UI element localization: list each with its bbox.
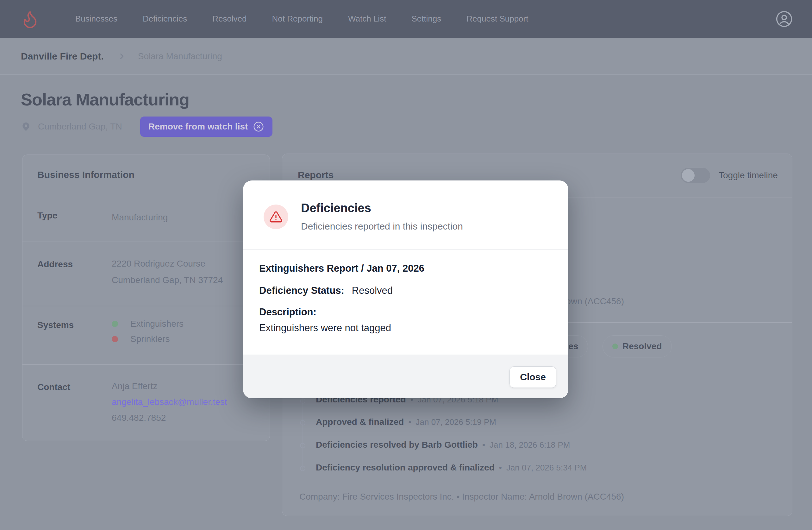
- app-page: Businesses Deficiencies Resolved Not Rep…: [0, 0, 812, 530]
- timeline-node-icon: [300, 398, 305, 404]
- bullet-separator: •: [499, 463, 502, 472]
- divider: [243, 249, 568, 250]
- timeline-event: Deficiency resolution approved & finaliz…: [316, 462, 495, 472]
- address-line1: 2220 Rodriguez Course: [112, 256, 223, 272]
- report-company-line: Company: Fire Services Inspectors Inc. •…: [299, 492, 624, 502]
- timeline-entry: Deficiency resolution approved & finaliz…: [316, 462, 587, 473]
- type-label: Type: [37, 211, 57, 221]
- divider: [23, 306, 270, 306]
- contact-block: Anja Effertz angelita_lebsack@muller.tes…: [112, 378, 227, 426]
- remove-from-watchlist-button[interactable]: Remove from watch list: [140, 116, 273, 137]
- business-information-heading: Business Information: [37, 169, 134, 180]
- timeline-event: Deficiencies resolved by Barb Gottlieb: [316, 440, 478, 449]
- circle-x-icon: [253, 121, 264, 132]
- timeline-entry: Approved & finalized•Jan 07, 2026 5:19 P…: [316, 417, 496, 427]
- bullet-separator: •: [482, 440, 485, 449]
- nav-menu: Businesses Deficiencies Resolved Not Rep…: [75, 0, 528, 38]
- timeline-event: Approved & finalized: [316, 417, 404, 427]
- timeline-time: Jan 07, 2026 5:34 PM: [506, 463, 587, 472]
- timeline-time: Jan 07, 2026 5:19 PM: [416, 417, 496, 427]
- timeline-node-icon: [300, 443, 305, 448]
- status-dot-green-icon: [112, 321, 118, 327]
- user-avatar-icon[interactable]: [775, 10, 793, 28]
- contact-phone: 649.482.7852: [112, 410, 227, 426]
- deficiency-status-value: Resolved: [352, 285, 393, 296]
- nav-item-businesses[interactable]: Businesses: [75, 14, 117, 24]
- nav-item-watch-list[interactable]: Watch List: [348, 14, 386, 24]
- close-button[interactable]: Close: [509, 366, 556, 388]
- breadcrumb: Danville Fire Dept. Solara Manufacturing: [21, 38, 222, 75]
- nav-item-resolved[interactable]: Resolved: [212, 14, 247, 24]
- flame-logo-icon[interactable]: [20, 10, 40, 29]
- map-pin-icon: [21, 121, 31, 132]
- alert-triangle-icon: [269, 210, 282, 224]
- modal-title: Deficiencies: [301, 201, 371, 215]
- timeline-node-icon: [300, 420, 305, 426]
- remove-from-watchlist-label: Remove from watch list: [148, 121, 248, 132]
- timeline-node-icon: [300, 466, 305, 471]
- systems-label: Systems: [37, 320, 74, 330]
- bullet-separator: •: [408, 417, 411, 427]
- nav-item-deficiencies[interactable]: Deficiencies: [143, 14, 187, 24]
- warning-icon-circle: [264, 204, 288, 229]
- modal-footer: Close: [243, 355, 568, 398]
- deficiencies-modal: Deficiencies Deficiencies reported in th…: [243, 181, 568, 398]
- nav-item-not-reporting[interactable]: Not Reporting: [272, 14, 323, 24]
- timeline-time: Jan 18, 2026 6:18 PM: [490, 440, 570, 449]
- address-line2: Cumberland Gap, TN 37724: [112, 272, 223, 288]
- modal-subtitle: Deficiencies reported in this inspection: [301, 221, 463, 232]
- timeline-toggle[interactable]: [681, 168, 710, 183]
- systems-list: Extinguishers Sprinklers: [112, 319, 184, 344]
- description-label: Description:: [259, 306, 317, 318]
- resolved-badge: Resolved: [603, 335, 672, 357]
- deficiency-status-row: Deficiency Status:Resolved: [259, 285, 393, 296]
- modal-report-heading: Extinguishers Report / Jan 07, 2026: [259, 263, 424, 274]
- divider: [23, 242, 270, 242]
- divider: [23, 364, 270, 365]
- toggle-timeline-label: Toggle timeline: [719, 170, 778, 181]
- contact-name: Anja Effertz: [112, 378, 227, 394]
- system-item-sprinklers: Sprinklers: [112, 334, 184, 344]
- top-navbar: Businesses Deficiencies Resolved Not Rep…: [0, 0, 812, 38]
- contact-email-link[interactable]: angelita_lebsack@muller.test: [112, 394, 227, 410]
- breadcrumb-parent-link[interactable]: Danville Fire Dept.: [21, 51, 104, 62]
- nav-item-request-support[interactable]: Request Support: [466, 14, 528, 24]
- description-text: Extinguishers were not tagged: [259, 322, 391, 334]
- location-text: Cumberland Gap, TN: [38, 121, 122, 132]
- nav-item-settings[interactable]: Settings: [411, 14, 441, 24]
- location-row: Cumberland Gap, TN: [21, 121, 122, 132]
- timeline-entry: Deficiencies resolved by Barb Gottlieb•J…: [316, 440, 570, 450]
- toggle-knob: [682, 169, 695, 182]
- reports-heading: Reports: [298, 170, 334, 181]
- system-name: Extinguishers: [130, 319, 184, 329]
- page-title: Solara Manufacturing: [21, 90, 189, 109]
- status-dot-green-icon: [612, 344, 618, 349]
- address-label: Address: [37, 259, 73, 269]
- system-name: Sprinklers: [130, 334, 170, 344]
- badge-label: Resolved: [622, 341, 662, 352]
- contact-label: Contact: [37, 382, 70, 392]
- breadcrumb-bar: Danville Fire Dept. Solara Manufacturing: [0, 38, 812, 75]
- chevron-right-icon: [117, 52, 127, 61]
- type-value: Manufacturing: [112, 209, 168, 226]
- status-dot-red-icon: [112, 336, 118, 342]
- breadcrumb-current: Solara Manufacturing: [138, 51, 222, 61]
- deficiency-status-label: Deficiency Status:: [259, 285, 344, 296]
- business-information-card: Business Information Type Manufacturing …: [22, 155, 270, 441]
- address-value: 2220 Rodriguez Course Cumberland Gap, TN…: [112, 256, 223, 288]
- system-item-extinguishers: Extinguishers: [112, 319, 184, 329]
- divider: [23, 195, 270, 195]
